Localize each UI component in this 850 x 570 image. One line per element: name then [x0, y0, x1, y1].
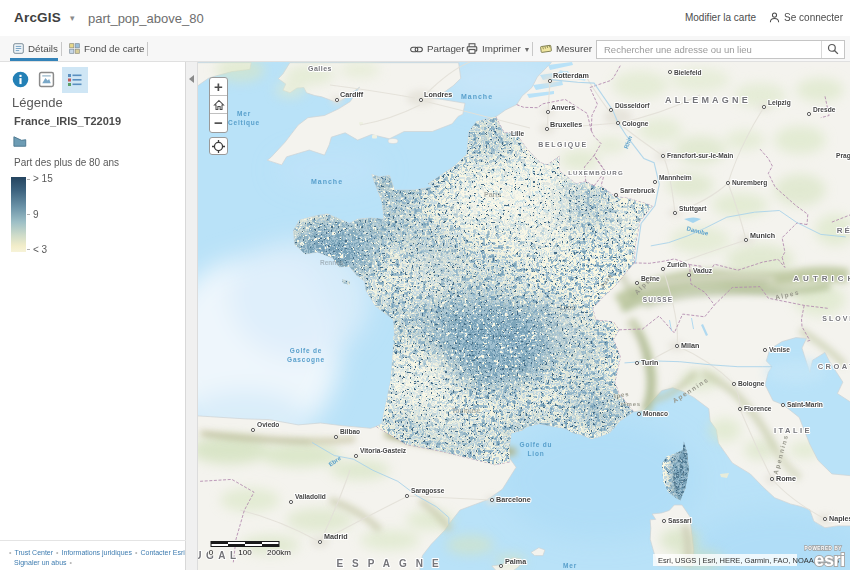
- svg-text:Bologne: Bologne: [738, 380, 765, 388]
- svg-text:Saragosse: Saragosse: [411, 487, 445, 495]
- svg-text:Turin: Turin: [641, 358, 658, 367]
- svg-text:Oviedo: Oviedo: [257, 421, 279, 428]
- svg-text:ALLEMAGNE: ALLEMAGNE: [665, 95, 751, 105]
- svg-text:Madrid: Madrid: [324, 532, 348, 541]
- svg-text:100: 100: [238, 548, 252, 557]
- svg-text:Venise: Venise: [769, 346, 790, 353]
- svg-text:Esri, USGS | Esri, HERE, Garmi: Esri, USGS | Esri, HERE, Garmin, FAO, NO…: [658, 556, 839, 565]
- svg-text:Golfe du: Golfe du: [520, 441, 553, 448]
- svg-text:Milan: Milan: [681, 341, 699, 350]
- svg-text:Lille: Lille: [511, 130, 525, 137]
- svg-text:Mer: Mer: [237, 110, 251, 117]
- svg-text:Toulouse: Toulouse: [452, 407, 481, 414]
- svg-text:Dresde: Dresde: [813, 106, 836, 113]
- svg-text:Londres: Londres: [424, 90, 452, 99]
- svg-text:Zurich: Zurich: [667, 261, 687, 268]
- svg-text:Mannheim: Mannheim: [659, 174, 692, 181]
- svg-text:SLOVÉNIE: SLOVÉNIE: [822, 314, 850, 322]
- svg-text:rimes: rimes: [621, 401, 641, 407]
- svg-text:Anvers: Anvers: [551, 103, 575, 112]
- svg-text:200km: 200km: [267, 548, 291, 557]
- svg-text:esri: esri: [814, 550, 845, 570]
- svg-text:Cologne: Cologne: [622, 120, 649, 128]
- svg-text:Galles: Galles: [308, 65, 332, 72]
- svg-text:Sassari: Sassari: [668, 517, 692, 524]
- svg-text:ITALIE: ITALIE: [774, 426, 812, 435]
- svg-text:Golfe de: Golfe de: [290, 347, 322, 354]
- svg-text:Barcelone: Barcelone: [496, 495, 531, 504]
- svg-text:RTUGAL: RTUGAL: [198, 550, 241, 561]
- svg-text:AUTRICHE: AUTRICHE: [793, 274, 850, 283]
- svg-text:Florence: Florence: [744, 405, 772, 412]
- svg-text:Prague: Prague: [836, 152, 850, 160]
- svg-text:Bielefeld: Bielefeld: [674, 69, 701, 76]
- svg-text:RÉP: RÉP: [837, 226, 850, 235]
- svg-text:SUISSE: SUISSE: [643, 296, 673, 303]
- svg-text:Lion: Lion: [528, 450, 545, 457]
- svg-text:Lyon: Lyon: [560, 304, 575, 312]
- svg-text:Saint-Marin: Saint-Marin: [787, 401, 823, 408]
- svg-text:Vaduz: Vaduz: [693, 267, 713, 274]
- svg-text:Francfort-sur-le-Main: Francfort-sur-le-Main: [667, 152, 733, 159]
- svg-text:Celtique: Celtique: [228, 119, 260, 127]
- svg-text:Rennes: Rennes: [320, 259, 344, 266]
- svg-text:Palma: Palma: [505, 557, 527, 566]
- svg-text:Manche: Manche: [311, 178, 343, 185]
- svg-text:Leipzig: Leipzig: [768, 99, 791, 107]
- svg-text:Stuttgart: Stuttgart: [679, 205, 707, 213]
- svg-text:Gascogne: Gascogne: [287, 356, 325, 364]
- svg-text:Rome: Rome: [776, 474, 796, 483]
- svg-text:0: 0: [209, 548, 214, 557]
- svg-text:Bilbao: Bilbao: [340, 428, 360, 435]
- svg-text:Manche: Manche: [461, 93, 493, 100]
- svg-text:ESPAGNE: ESPAGNE: [336, 558, 447, 569]
- svg-text:Naples: Naples: [829, 514, 850, 523]
- svg-text:Rotterdam: Rotterdam: [553, 71, 589, 80]
- svg-text:Mer: Mer: [563, 562, 577, 569]
- svg-text:CROATIE: CROATIE: [818, 362, 850, 371]
- svg-text:Düsseldorf: Düsseldorf: [615, 102, 650, 109]
- svg-text:LUXEMBOURG: LUXEMBOURG: [568, 169, 624, 176]
- svg-text:Valladolid: Valladolid: [295, 493, 326, 500]
- svg-text:Monaco: Monaco: [643, 410, 668, 417]
- svg-text:Cardiff: Cardiff: [340, 90, 364, 99]
- svg-text:Paris: Paris: [484, 191, 501, 198]
- svg-text:Vitoria-Gasteiz: Vitoria-Gasteiz: [360, 447, 407, 454]
- svg-text:Sarrebruck: Sarrebruck: [620, 187, 655, 194]
- svg-text:Bruxelles: Bruxelles: [550, 120, 582, 129]
- svg-text:BELGIQUE: BELGIQUE: [538, 141, 587, 149]
- svg-text:Nuremberg: Nuremberg: [732, 179, 767, 187]
- svg-text:Munich: Munich: [750, 231, 775, 240]
